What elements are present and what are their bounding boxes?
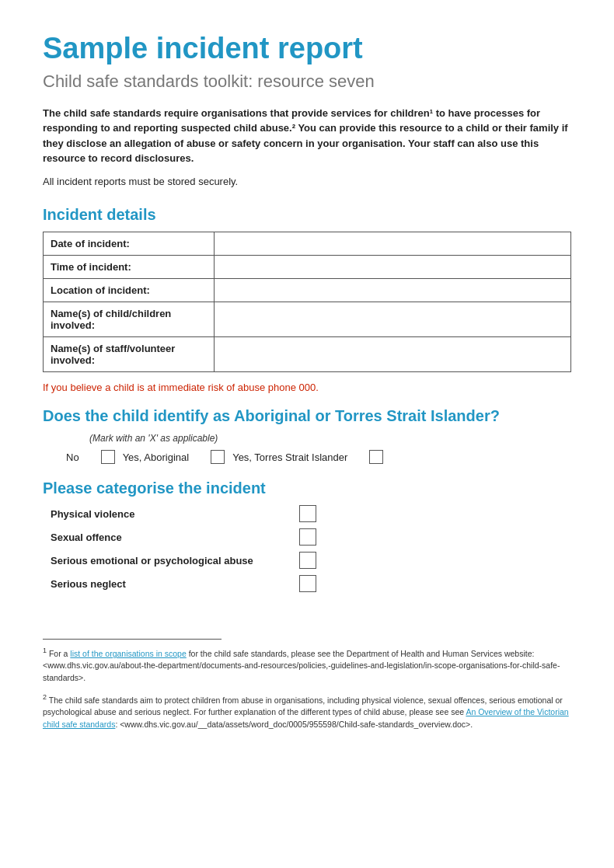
yes-aboriginal-label: Yes, Aboriginal: [123, 451, 190, 463]
yes-torres-label: Yes, Torres Strait Islander: [232, 451, 347, 463]
field-value[interactable]: [215, 256, 571, 279]
category-checkbox[interactable]: [299, 528, 316, 546]
category-row: Physical violence: [51, 505, 571, 522]
field-label: Time of incident:: [44, 256, 215, 279]
table-row: Name(s) of child/children involved:: [44, 302, 571, 337]
field-value[interactable]: [215, 337, 571, 372]
table-row: Location of incident:: [44, 279, 571, 302]
category-label: Serious neglect: [51, 578, 299, 590]
field-label: Date of incident:: [44, 232, 215, 256]
category-label: Physical violence: [51, 508, 299, 520]
incident-section-heading: Incident details: [43, 206, 571, 224]
page-title: Sample incident report: [43, 31, 571, 67]
no-checkbox[interactable]: [101, 450, 115, 464]
table-row: Name(s) of staff/volunteer involved:: [44, 337, 571, 372]
footnote-1: 1 For a list of the organisations in sco…: [43, 646, 571, 685]
incident-details-table: Date of incident:Time of incident:Locati…: [43, 232, 571, 372]
footer-divider: [43, 639, 222, 640]
aboriginal-note: (Mark with an 'X' as applicable): [89, 433, 571, 444]
aboriginal-options-row: No Yes, Aboriginal Yes, Torres Strait Is…: [66, 450, 571, 464]
field-value[interactable]: [215, 279, 571, 302]
category-row: Sexual offence: [51, 528, 571, 546]
aboriginal-section-heading: Does the child identify as Aboriginal or…: [43, 407, 571, 425]
field-value[interactable]: [215, 302, 571, 337]
category-row: Serious emotional or psychological abuse: [51, 552, 571, 569]
category-section-heading: Please categorise the incident: [43, 479, 571, 497]
yes-aboriginal-checkbox[interactable]: [211, 450, 225, 464]
category-list: Physical violenceSexual offenceSerious e…: [43, 505, 571, 592]
yes-torres-checkbox[interactable]: [369, 450, 383, 464]
category-row: Serious neglect: [51, 575, 571, 592]
category-checkbox[interactable]: [299, 552, 316, 569]
intro-normal-text: All incident reports must be stored secu…: [43, 174, 571, 190]
category-label: Sexual offence: [51, 532, 299, 543]
field-label: Name(s) of staff/volunteer involved:: [44, 337, 215, 372]
warning-text: If you believe a child is at immediate r…: [43, 382, 571, 393]
no-label: No: [66, 451, 79, 463]
intro-bold-text: The child safe standards require organis…: [43, 106, 571, 166]
category-checkbox[interactable]: [299, 505, 316, 522]
category-checkbox[interactable]: [299, 575, 316, 592]
footnotes-container: 1 For a list of the organisations in sco…: [43, 646, 571, 731]
field-label: Location of incident:: [44, 279, 215, 302]
page-subtitle: Child safe standards toolkit: resource s…: [43, 71, 571, 92]
field-label: Name(s) of child/children involved:: [44, 302, 215, 337]
footnote-2: 2 The child safe standards aim to protec…: [43, 692, 571, 731]
category-label: Serious emotional or psychological abuse: [51, 555, 299, 566]
field-value[interactable]: [215, 232, 571, 256]
table-row: Date of incident:: [44, 232, 571, 256]
table-row: Time of incident:: [44, 256, 571, 279]
